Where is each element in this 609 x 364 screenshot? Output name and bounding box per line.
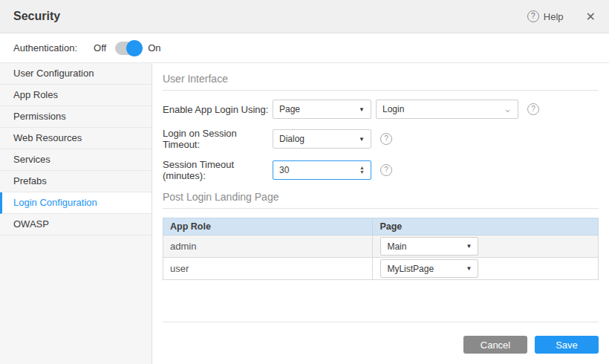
sidebar-item-services[interactable]: Services xyxy=(0,149,152,171)
app-login-type-value: Page xyxy=(279,104,300,114)
number-stepper-icon[interactable]: ▲▼ xyxy=(359,166,365,175)
admin-page-value: Main xyxy=(387,241,406,252)
app-login-page-value: Login xyxy=(382,104,404,114)
sidebar-item-web-resources[interactable]: Web Resources xyxy=(0,128,152,149)
session-timeout-minutes-input[interactable]: 30 ▲▼ xyxy=(273,160,371,180)
page-title: Security xyxy=(13,10,60,23)
chevron-down-icon: ⌄ xyxy=(504,106,512,112)
session-timeout-type-select[interactable]: Dialog ▼ xyxy=(273,129,371,149)
sidebar-item-login-configuration[interactable]: Login Configuration xyxy=(0,192,152,214)
user-page-value: MyListPage xyxy=(387,264,434,274)
close-icon[interactable]: ✕ xyxy=(586,10,596,24)
sidebar-item-owasp[interactable]: OWASP xyxy=(0,214,152,235)
toggle-knob xyxy=(126,40,143,56)
session-timeout-minutes-label: Session Timeout (minutes): xyxy=(163,159,273,181)
session-timeout-minutes-value: 30 xyxy=(279,165,289,175)
section-title-post-login: Post Login Landing Page xyxy=(163,191,599,209)
table-header-row: App Role Page xyxy=(163,218,599,235)
authentication-label: Authentication: xyxy=(13,42,77,53)
help-button[interactable]: ? Help xyxy=(527,10,564,22)
sidebar-item-user-configuration[interactable]: User Configuration xyxy=(0,63,152,85)
sidebar-item-permissions[interactable]: Permissions xyxy=(0,106,152,128)
app-role-cell: admin xyxy=(163,235,373,258)
dropdown-arrow-icon: ▼ xyxy=(359,136,365,143)
app-login-type-select[interactable]: Page ▼ xyxy=(273,100,371,119)
dialog-header: Security ? Help ✕ xyxy=(0,0,609,33)
section-title-user-interface: User Interface xyxy=(163,73,599,91)
help-icon: ? xyxy=(527,10,539,22)
login-configuration-panel: User Interface Enable App Login Using: P… xyxy=(152,63,609,364)
post-login-landing-table: App Role Page admin Main ▼ xyxy=(163,218,599,280)
column-header-app-role: App Role xyxy=(163,218,373,235)
column-header-page: Page xyxy=(373,218,599,235)
toggle-on-label: On xyxy=(148,42,160,53)
help-label: Help xyxy=(544,11,564,22)
table-row: user MyListPage ▼ xyxy=(163,258,599,280)
admin-page-select[interactable]: Main ▼ xyxy=(380,237,478,256)
sidebar-item-prefabs[interactable]: Prefabs xyxy=(0,171,152,192)
dropdown-arrow-icon: ▼ xyxy=(359,106,365,113)
session-timeout-help-icon[interactable]: ? xyxy=(380,133,392,145)
table-row: admin Main ▼ xyxy=(163,235,599,258)
login-session-timeout-label: Login on Session Timeout: xyxy=(163,128,273,150)
user-page-select[interactable]: MyListPage ▼ xyxy=(380,259,478,278)
session-timeout-type-value: Dialog xyxy=(279,134,304,144)
session-timeout-minutes-row: Session Timeout (minutes): 30 ▲▼ ? xyxy=(163,159,599,181)
enable-app-login-row: Enable App Login Using: Page ▼ Login ⌄ ? xyxy=(163,100,599,119)
app-role-cell: user xyxy=(163,258,373,280)
authentication-toggle[interactable] xyxy=(115,42,140,55)
settings-sidebar: User Configuration App Roles Permissions… xyxy=(0,63,152,364)
authentication-bar: Authentication: Off On xyxy=(0,33,609,63)
cancel-button[interactable]: Cancel xyxy=(463,336,527,354)
dropdown-arrow-icon: ▼ xyxy=(466,265,472,272)
enable-app-login-label: Enable App Login Using: xyxy=(163,104,273,115)
login-session-timeout-row: Login on Session Timeout: Dialog ▼ ? xyxy=(163,128,599,150)
app-login-page-combobox[interactable]: Login ⌄ xyxy=(376,100,518,119)
dropdown-arrow-icon: ▼ xyxy=(466,243,472,250)
toggle-off-label: Off xyxy=(94,42,106,53)
save-button[interactable]: Save xyxy=(535,336,599,354)
security-dialog: Security ? Help ✕ Authentication: Off On… xyxy=(0,0,609,364)
app-login-help-icon[interactable]: ? xyxy=(527,103,539,115)
dialog-footer: Cancel Save xyxy=(163,322,599,354)
timeout-minutes-help-icon[interactable]: ? xyxy=(380,164,392,176)
sidebar-item-app-roles[interactable]: App Roles xyxy=(0,85,152,106)
